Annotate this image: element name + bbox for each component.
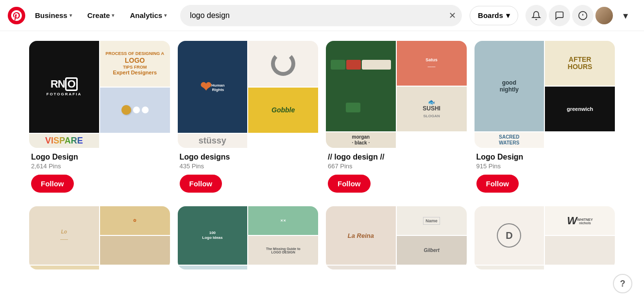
- board-images[interactable]: Lo—— ✿: [29, 206, 170, 269]
- board-image-4: [29, 266, 99, 269]
- search-input[interactable]: [180, 5, 462, 26]
- board-image-3: Gobble: [248, 88, 318, 133]
- board-info: Logo designs 435 Pins Follow: [178, 148, 319, 195]
- board-image-3: The Missing Guide toLOGO DESIGN: [248, 236, 318, 265]
- board-card: goodnightly AFTERHOURS greenwich SACREDW…: [475, 41, 615, 195]
- board-images[interactable]: goodnightly AFTERHOURS greenwich SACREDW…: [475, 41, 615, 148]
- board-image-4: [326, 266, 396, 269]
- account-expand-button[interactable]: ▾: [615, 5, 636, 26]
- board-image-4: stüssy: [178, 134, 248, 148]
- create-label: Create: [87, 11, 110, 19]
- create-nav[interactable]: Create ▾: [82, 7, 120, 23]
- board-image-2: Name: [397, 206, 467, 235]
- board-card: Satus—— 🐟SUSHISLOGAN morgan· black · // …: [326, 41, 467, 195]
- board-image-2: PROCESS OF DESIGNING ALOGOTIPS FROMExper…: [100, 41, 170, 87]
- follow-button[interactable]: Follow: [180, 175, 222, 193]
- board-image-1: 100Logo Ideas: [178, 206, 248, 265]
- analytics-nav[interactable]: Analytics ▾: [124, 7, 172, 23]
- business-chevron-icon: ▾: [69, 13, 72, 18]
- board-images[interactable]: ❤ HumanRights Gobble stüssy: [178, 41, 319, 148]
- pinterest-logo[interactable]: [8, 7, 25, 24]
- board-card: D W WHITNEYnichols: [475, 206, 615, 269]
- board-image-4: [475, 266, 544, 269]
- board-info: Logo Design 2,614 Pins Follow: [29, 148, 170, 195]
- header-icons: ▾: [525, 5, 636, 26]
- analytics-label: Analytics: [130, 11, 162, 19]
- notifications-button[interactable]: [525, 5, 547, 26]
- app-header: Business ▾ Create ▾ Analytics ▾ ✕ Boards…: [0, 0, 644, 31]
- alerts-button[interactable]: [572, 5, 593, 26]
- create-chevron-icon: ▾: [112, 13, 114, 18]
- board-image-2: [248, 41, 318, 87]
- follow-button[interactable]: Follow: [328, 175, 371, 193]
- board-image-1: D: [475, 206, 544, 265]
- board-images[interactable]: RNO FOTOGRAFIA PROCESS OF DESIGNING ALOG…: [29, 41, 170, 148]
- board-card: La Reina Name Gilbert: [326, 206, 467, 269]
- board-card: RNO FOTOGRAFIA PROCESS OF DESIGNING ALOG…: [29, 41, 170, 195]
- board-card: ❤ HumanRights Gobble stüssy: [178, 41, 319, 195]
- board-image-2: ✕✕: [248, 206, 318, 235]
- business-label: Business: [35, 11, 68, 19]
- board-image-2: Satus——: [397, 41, 467, 86]
- board-image-4: morgan· black ·: [326, 132, 396, 148]
- board-image-2: ✿: [100, 206, 170, 235]
- board-title: Logo designs: [180, 153, 317, 161]
- boards-grid-row2: Lo—— ✿ 1: [29, 206, 615, 269]
- board-pins: 667 Pins: [328, 162, 465, 170]
- board-info: // logo design // 667 Pins Follow: [326, 148, 467, 195]
- board-image-3: Gilbert: [397, 236, 467, 265]
- board-images[interactable]: Satus—— 🐟SUSHISLOGAN morgan· black ·: [326, 41, 467, 148]
- board-card: Lo—— ✿: [29, 206, 170, 269]
- follow-button[interactable]: Follow: [476, 175, 519, 193]
- main-content: RNO FOTOGRAFIA PROCESS OF DESIGNING ALOG…: [0, 31, 644, 279]
- board-image-1: RNO FOTOGRAFIA: [29, 41, 99, 133]
- boards-grid-row1: RNO FOTOGRAFIA PROCESS OF DESIGNING ALOG…: [29, 41, 615, 195]
- board-pins: 915 Pins: [476, 162, 613, 170]
- board-image-3: [100, 236, 170, 265]
- boards-chevron-icon: ▾: [506, 11, 510, 20]
- board-title: Logo Design: [31, 153, 168, 161]
- board-pins: 435 Pins: [180, 162, 317, 170]
- board-image-3: 🐟SUSHISLOGAN: [397, 87, 467, 131]
- board-images[interactable]: D W WHITNEYnichols: [475, 206, 615, 269]
- board-card: 100Logo Ideas ✕✕ The Missing Guide toLOG…: [178, 206, 319, 269]
- board-image-3: [100, 88, 170, 133]
- search-clear-button[interactable]: ✕: [449, 10, 456, 21]
- analytics-chevron-icon: ▾: [164, 13, 167, 18]
- board-image-2: W WHITNEYnichols: [545, 206, 615, 235]
- board-image-2: AFTERHOURS: [545, 41, 615, 86]
- board-image-3: [545, 236, 615, 265]
- board-image-4: VISPARE: [29, 134, 99, 148]
- board-image-1: [326, 41, 396, 131]
- board-title: Logo Design: [476, 153, 613, 161]
- board-pins: 2,614 Pins: [31, 162, 168, 170]
- board-image-4: [178, 266, 248, 269]
- follow-button[interactable]: Follow: [31, 175, 74, 193]
- board-images[interactable]: 100Logo Ideas ✕✕ The Missing Guide toLOG…: [178, 206, 319, 269]
- board-title: // logo design //: [328, 153, 465, 161]
- boards-filter-button[interactable]: Boards ▾: [470, 6, 518, 25]
- board-image-1: Lo——: [29, 206, 99, 265]
- boards-label: Boards: [478, 11, 503, 19]
- board-image-1: ❤ HumanRights: [178, 41, 248, 133]
- business-nav[interactable]: Business ▾: [29, 7, 78, 23]
- messages-button[interactable]: [549, 5, 570, 26]
- board-info: Logo Design 915 Pins Follow: [475, 148, 615, 195]
- user-avatar[interactable]: [595, 7, 613, 24]
- board-image-3: greenwich: [545, 87, 615, 131]
- board-images[interactable]: La Reina Name Gilbert: [326, 206, 467, 269]
- board-image-1: goodnightly: [475, 41, 544, 131]
- board-image-1: La Reina: [326, 206, 396, 265]
- board-image-4: SACREDWATERS: [475, 132, 544, 148]
- search-container: ✕: [180, 5, 462, 26]
